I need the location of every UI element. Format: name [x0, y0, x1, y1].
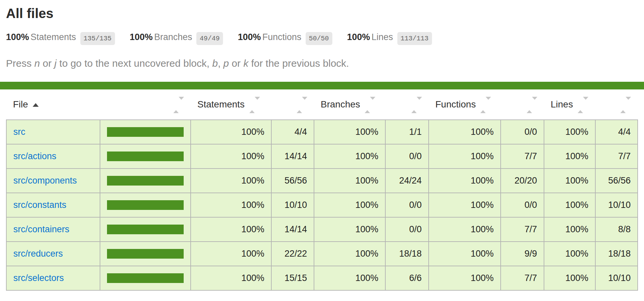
statements-pct-cell: 100%	[191, 144, 271, 169]
functions-pct-cell: 100%	[429, 242, 501, 266]
functions-pct-cell: 100%	[429, 217, 501, 242]
metric-functions-fraction: 50/50	[306, 32, 332, 45]
column-header-statements-raw[interactable]	[271, 89, 314, 120]
column-header-functions-raw[interactable]	[501, 89, 544, 120]
coverage-bar	[107, 152, 184, 161]
metric-branches: 100% Branches 49/49	[130, 32, 223, 45]
metric-statements: 100% Statements 135/135	[6, 32, 115, 45]
branches-pct-cell: 100%	[314, 242, 385, 266]
page-title: All files	[6, 0, 638, 21]
table-row: src/components100%56/56100%24/24100%20/2…	[6, 169, 638, 193]
statements-pct-cell: 100%	[191, 120, 271, 144]
branches-raw-cell: 0/0	[385, 193, 429, 217]
lines-raw-cell: 8/8	[595, 217, 638, 242]
statements-pct-cell: 100%	[191, 242, 271, 266]
column-header-statements-label: Statements	[197, 99, 245, 109]
hint-key: k	[243, 58, 248, 69]
hint-text: for the previous block.	[248, 58, 349, 69]
file-cell: src/components	[6, 169, 100, 193]
coverage-bar-cell	[100, 242, 191, 266]
statements-raw-cell: 15/15	[271, 266, 314, 290]
statements-raw-cell: 4/4	[271, 120, 314, 144]
file-link[interactable]: src/containers	[13, 224, 69, 234]
coverage-bar-fill	[107, 152, 184, 161]
column-header-branches[interactable]: Branches	[314, 89, 385, 120]
metric-statements-fraction: 135/135	[80, 32, 115, 45]
coverage-bar-cell	[100, 266, 191, 290]
branches-raw-cell: 18/18	[385, 242, 429, 266]
statements-pct-cell: 100%	[191, 266, 271, 290]
coverage-bar	[107, 127, 184, 137]
lines-raw-cell: 7/7	[595, 144, 638, 169]
coverage-bar-cell	[100, 144, 191, 169]
file-link[interactable]: src/components	[13, 176, 77, 186]
metric-lines: 100% Lines 113/113	[347, 32, 432, 45]
column-header-file-label: File	[13, 99, 28, 109]
coverage-bar-cell	[100, 169, 191, 193]
metric-lines-label: Lines	[372, 32, 393, 42]
functions-raw-cell: 0/0	[501, 193, 544, 217]
coverage-bar	[107, 273, 184, 283]
hint-text: to go to the next uncovered block,	[57, 58, 212, 69]
functions-pct-cell: 100%	[429, 144, 501, 169]
metric-functions-label: Functions	[262, 32, 301, 42]
lines-pct-cell: 100%	[544, 144, 595, 169]
file-link[interactable]: src/actions	[13, 151, 56, 161]
coverage-bar-fill	[107, 249, 184, 259]
column-header-branches-raw[interactable]	[385, 89, 429, 120]
coverage-bar-fill	[107, 127, 184, 137]
branches-raw-cell: 24/24	[385, 169, 429, 193]
column-header-functions[interactable]: Functions	[429, 89, 501, 120]
lines-pct-cell: 100%	[544, 193, 595, 217]
branches-raw-cell: 6/6	[385, 266, 429, 290]
lines-raw-cell: 56/56	[595, 169, 638, 193]
statements-pct-cell: 100%	[191, 169, 271, 193]
functions-pct-cell: 100%	[429, 169, 501, 193]
table-row: src/selectors100%15/15100%6/6100%7/7100%…	[6, 266, 638, 290]
coverage-report-page: All files 100% Statements 135/135 100% B…	[0, 0, 644, 301]
branches-pct-cell: 100%	[314, 266, 385, 290]
table-row: src100%4/4100%1/1100%0/0100%4/4	[6, 120, 638, 144]
column-header-file[interactable]: File	[6, 89, 100, 120]
file-link[interactable]: src/selectors	[13, 273, 64, 283]
coverage-summary-metrics: 100% Statements 135/135 100% Branches 49…	[6, 32, 638, 45]
coverage-bar-fill	[107, 225, 184, 234]
branches-raw-cell: 0/0	[385, 144, 429, 169]
column-header-lines[interactable]: Lines	[544, 89, 595, 120]
lines-raw-cell: 10/10	[595, 266, 638, 290]
lines-raw-cell: 10/10	[595, 193, 638, 217]
column-header-branches-label: Branches	[321, 99, 360, 109]
coverage-table: File Statements Branches	[6, 89, 638, 291]
column-header-statements[interactable]: Statements	[191, 89, 271, 120]
lines-pct-cell: 100%	[544, 169, 595, 193]
column-header-functions-label: Functions	[435, 99, 476, 109]
functions-raw-cell: 20/20	[501, 169, 544, 193]
hint-text: ,	[218, 58, 223, 69]
file-link[interactable]: src/reducers	[13, 249, 63, 259]
lines-raw-cell: 4/4	[595, 120, 638, 144]
coverage-bar-fill	[107, 273, 184, 283]
hint-text: or	[40, 58, 54, 69]
table-row: src/constants100%10/10100%0/0100%0/0100%…	[6, 193, 638, 217]
file-link[interactable]: src	[13, 127, 25, 137]
lines-pct-cell: 100%	[544, 120, 595, 144]
table-row: src/containers100%14/14100%0/0100%7/7100…	[6, 217, 638, 242]
hint-text: or	[229, 58, 243, 69]
metric-lines-pct: 100%	[347, 32, 370, 42]
column-header-lines-raw[interactable]	[595, 89, 638, 120]
column-header-bar[interactable]	[100, 89, 191, 120]
column-header-lines-label: Lines	[551, 99, 573, 109]
statements-raw-cell: 10/10	[271, 193, 314, 217]
branches-raw-cell: 1/1	[385, 120, 429, 144]
sort-asc-icon	[33, 103, 39, 107]
lines-pct-cell: 100%	[544, 266, 595, 290]
metric-functions: 100% Functions 50/50	[238, 32, 332, 45]
functions-raw-cell: 7/7	[501, 266, 544, 290]
file-cell: src/reducers	[6, 242, 100, 266]
table-row: src/reducers100%22/22100%18/18100%9/9100…	[6, 242, 638, 266]
branches-pct-cell: 100%	[314, 169, 385, 193]
file-link[interactable]: src/constants	[13, 200, 66, 210]
hint-key: b	[212, 58, 218, 69]
coverage-bar	[107, 200, 184, 210]
functions-pct-cell: 100%	[429, 193, 501, 217]
